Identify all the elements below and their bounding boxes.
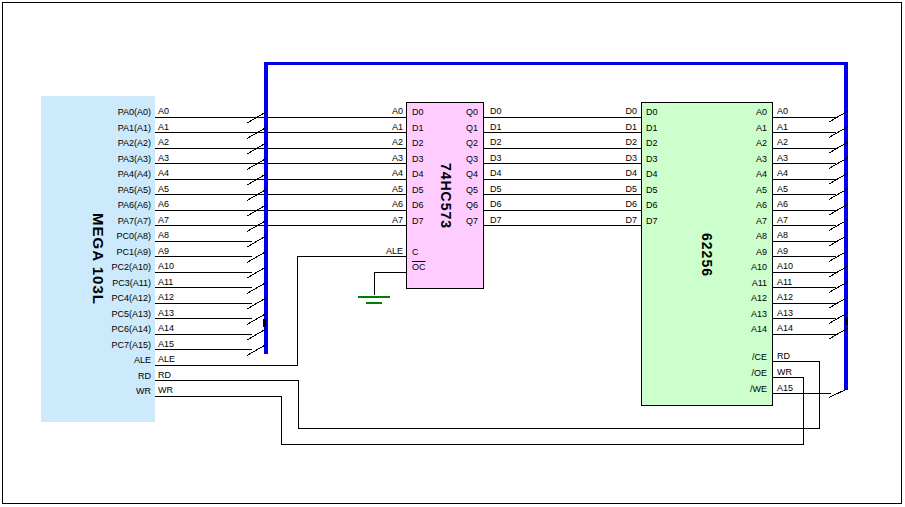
wire-label-a14: A14 [158,323,174,333]
pin-label-oc: OC [412,262,426,272]
wire-label-d3: D3 [517,153,637,163]
pin-label-a4: A4 [647,169,767,179]
wire-label-wr: WR [777,367,792,377]
pin-label-pc3a11: PC3(A11) [31,278,151,288]
wire-label-rd: RD [158,370,171,380]
pin-label-wr: WR [31,386,151,396]
wire-label-a0: A0 [777,106,788,116]
pin-label-q4: Q4 [358,169,478,179]
wire-label-a4: A4 [777,168,788,178]
wire-label-d6: D6 [490,199,502,209]
pin-label-q6: Q6 [358,200,478,210]
wire-label-d4: D4 [490,168,502,178]
wire-label-d5: D5 [490,184,502,194]
pin-label-a0: A0 [647,107,767,117]
wire-label-d6: D6 [517,199,637,209]
wire-label-ale: ALE [158,354,175,364]
pin-label-ale: ALE [31,355,151,365]
pin-label-a1: A1 [647,123,767,133]
wire-label-a9: A9 [158,246,169,256]
pin-label-a7: A7 [647,216,767,226]
wire-label-a13: A13 [777,308,793,318]
wire-label-a3: A3 [777,153,788,163]
wire-label-d0: D0 [517,106,637,116]
wire-label-wr: WR [158,385,173,395]
wire-label-a15: A15 [777,383,793,393]
pin-label-a3: A3 [647,154,767,164]
wire-label-a4: A4 [158,168,169,178]
pin-label-a13: A13 [647,309,767,319]
wire-label-a8: A8 [777,230,788,240]
wire-label-a2: A2 [777,137,788,147]
pin-label-a12: A12 [647,293,767,303]
wire-label-a2: A2 [158,137,169,147]
pin-label-pa5a5: PA5(A5) [31,185,151,195]
schematic-canvas: MEGA 103L 74HC573 62256 PA0(A0)PA1(A1)PA… [0,0,905,507]
pin-label-pa4a4: PA4(A4) [31,169,151,179]
pin-label-pc6a14: PC6(A14) [31,324,151,334]
pin-label-pc5a13: PC5(A13) [31,309,151,319]
wire-label-a1: A1 [777,122,788,132]
pin-label-pa6a6: PA6(A6) [31,200,151,210]
pin-label-a2: A2 [647,138,767,148]
pin-label-pc4a12: PC4(A12) [31,293,151,303]
pin-label-q7: Q7 [358,216,478,226]
wire-label-a7: A7 [777,215,788,225]
pin-label-we: /WE [647,384,767,394]
wire-ale [155,257,406,366]
pin-label-a10: A10 [647,262,767,272]
pin-label-pa3a3: PA3(A3) [31,154,151,164]
wire-label-d5: D5 [517,184,637,194]
wire-label-d7: D7 [490,215,502,225]
pin-label-pa1a1: PA1(A1) [31,123,151,133]
wire-label-a11: A11 [158,277,173,287]
pin-label-q2: Q2 [358,138,478,148]
pin-label-pc2a10: PC2(A10) [31,262,151,272]
chip-mega-title: MEGA 103L [90,213,107,305]
pin-label-a8: A8 [647,231,767,241]
wire-label-a9: A9 [777,246,788,256]
pin-label-a6: A6 [647,200,767,210]
wire-label-a5: A5 [777,184,788,194]
wire-label-d2: D2 [490,137,502,147]
wire-label-a13: A13 [158,308,174,318]
pin-label-pc7a15: PC7(A15) [31,340,151,350]
pin-label-q0: Q0 [358,107,478,117]
pin-label-ce: /CE [647,352,767,362]
pin-label-a9: A9 [647,247,767,257]
wire-label-a10: A10 [158,261,174,271]
pin-label-oe: /OE [647,368,767,378]
pin-label-pc0a8: PC0(A8) [31,231,151,241]
wire-label-d7: D7 [517,215,637,225]
wire-label-d0: D0 [490,106,502,116]
wire-label-a6: A6 [777,199,788,209]
pin-label-rd: RD [31,371,151,381]
pin-label-a11: A11 [647,278,767,288]
wire-label-d1: D1 [517,122,637,132]
wire-label-a1: A1 [158,122,169,132]
bus-tap-right-a15 [829,389,848,398]
pin-label-q1: Q1 [358,123,478,133]
wire-label-a14: A14 [777,323,793,333]
pin-label-pc1a9: PC1(A9) [31,247,151,257]
pin-label-pa2a2: PA2(A2) [31,138,151,148]
wire-label-a7: A7 [158,215,169,225]
wire-oc-gnd [374,272,406,295]
pin-label-q5: Q5 [358,185,478,195]
pin-label-pa7a7: PA7(A7) [31,216,151,226]
pin-label-q3: Q3 [358,154,478,164]
pin-label-a14: A14 [647,324,767,334]
wire-label-rd: RD [777,351,790,361]
wire-label-d1: D1 [490,122,502,132]
wire-label-d2: D2 [517,137,637,147]
wire-label-a15: A15 [158,339,174,349]
wire-label-ale: ALE [283,246,403,256]
wire-label-a12: A12 [158,292,174,302]
wire-label-d3: D3 [490,153,502,163]
wire-label-a0: A0 [158,106,169,116]
wire-label-a8: A8 [158,230,169,240]
pin-label-a5: A5 [647,185,767,195]
pin-label-c: C [412,247,419,257]
wire-label-d4: D4 [517,168,637,178]
wire-label-a12: A12 [777,292,793,302]
